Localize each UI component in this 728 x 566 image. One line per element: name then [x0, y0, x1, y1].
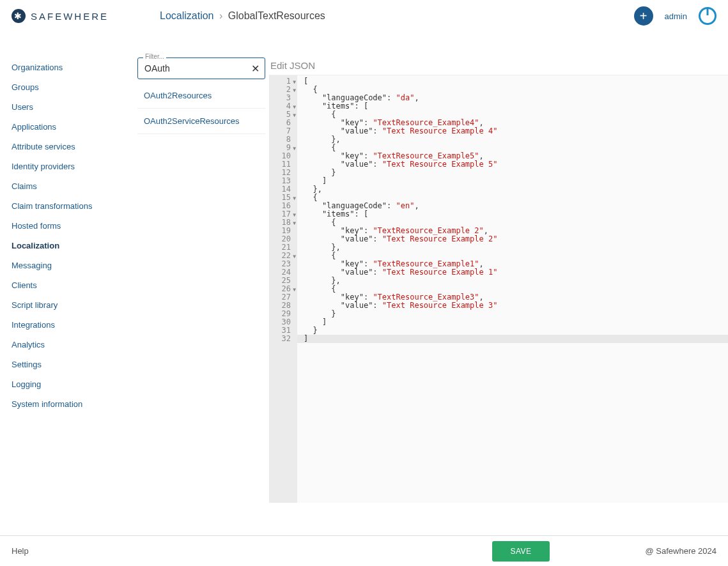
result-list: OAuth2ResourcesOAuth2ServiceResources: [137, 83, 265, 134]
sidebar-item-identity-providers[interactable]: Identity providers: [12, 157, 126, 176]
logo-icon: ✱: [12, 9, 26, 23]
admin-label[interactable]: admin: [665, 11, 687, 21]
editor-gutter: 1▼2▼34▼5▼6789▼101112131415▼1617▼18▼19202…: [269, 75, 297, 503]
sidebar-item-analytics[interactable]: Analytics: [12, 335, 126, 355]
sidebar-item-settings[interactable]: Settings: [12, 355, 126, 374]
breadcrumb-link[interactable]: Localization: [160, 10, 214, 21]
logo-text: SAFEWHERE: [31, 11, 109, 22]
save-button[interactable]: SAVE: [492, 541, 549, 562]
sidebar-item-clients[interactable]: Clients: [12, 275, 126, 295]
add-button[interactable]: +: [634, 6, 653, 26]
filter-input[interactable]: [144, 63, 242, 73]
sidebar-item-hosted-forms[interactable]: Hosted forms: [12, 216, 126, 236]
editor-title: Edit JSON: [269, 57, 728, 75]
sidebar-item-groups[interactable]: Groups: [12, 77, 126, 97]
sidebar-item-users[interactable]: Users: [12, 97, 126, 117]
filter-field[interactable]: Filter... ✕: [137, 57, 265, 79]
sidebar-item-script-library[interactable]: Script library: [12, 295, 126, 315]
sidebar-item-system-information[interactable]: System information: [12, 394, 126, 414]
sidebar-item-claim-transformations[interactable]: Claim transformations: [12, 196, 126, 216]
clear-icon[interactable]: ✕: [251, 63, 259, 75]
sidebar-item-claims[interactable]: Claims: [12, 176, 126, 196]
result-item[interactable]: OAuth2ServiceResources: [137, 109, 265, 134]
sidebar-item-integrations[interactable]: Integrations: [12, 315, 126, 335]
breadcrumb-separator: ›: [219, 10, 222, 21]
sidebar-item-logging[interactable]: Logging: [12, 374, 126, 394]
sidebar: OrganizationsGroupsUsersApplicationsAttr…: [0, 38, 137, 534]
sidebar-item-attribute-services[interactable]: Attribute services: [12, 137, 126, 157]
sidebar-item-messaging[interactable]: Messaging: [12, 256, 126, 275]
help-link[interactable]: Help: [12, 546, 29, 556]
result-item[interactable]: OAuth2Resources: [137, 83, 265, 109]
breadcrumb: Localization › GlobalTextResources: [160, 10, 325, 22]
json-editor[interactable]: 1▼2▼34▼5▼6789▼101112131415▼1617▼18▼19202…: [269, 75, 728, 503]
breadcrumb-current: GlobalTextResources: [228, 10, 325, 21]
editor-code[interactable]: [ { "languageCode": "da", "items": [ { "…: [297, 75, 728, 503]
copyright: @ Safewhere 2024: [646, 546, 717, 556]
filter-label: Filter...: [143, 53, 166, 60]
sidebar-item-applications[interactable]: Applications: [12, 117, 126, 137]
power-icon[interactable]: [699, 7, 716, 25]
logo: ✱ SAFEWHERE: [12, 9, 109, 23]
sidebar-item-localization[interactable]: Localization: [12, 236, 126, 256]
sidebar-item-organizations[interactable]: Organizations: [12, 57, 126, 77]
